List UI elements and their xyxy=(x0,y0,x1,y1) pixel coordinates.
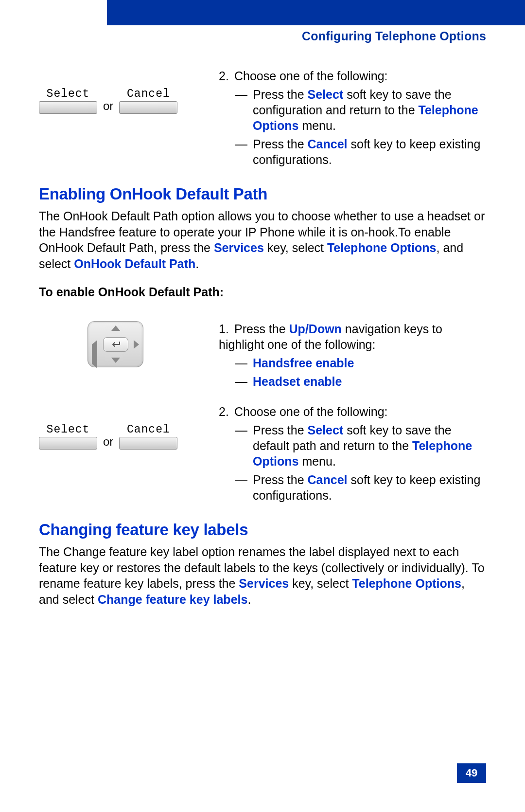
sub-heading: To enable OnHook Default Path: xyxy=(39,285,486,299)
dash: — xyxy=(235,374,253,389)
section-heading-feature-keys: Changing feature key labels xyxy=(39,521,486,539)
section-heading-onhook: Enabling OnHook Default Path xyxy=(39,185,486,203)
section-paragraph: The Change feature key label option rena… xyxy=(39,544,486,607)
cancel-softkey-label: Cancel xyxy=(127,88,170,100)
cancel-softkey-button xyxy=(119,101,177,114)
content-area: Select or Cancel 2.Choose one of the fol… xyxy=(39,68,486,607)
page-number: 49 xyxy=(457,763,486,783)
step-option: — Press the Select soft key to save the … xyxy=(235,87,486,133)
right-arrow-icon xyxy=(134,340,139,349)
down-arrow-icon xyxy=(111,358,120,363)
step-lead-text: Choose one of the following: xyxy=(234,405,388,418)
option-text: Press the Cancel soft key to keep existi… xyxy=(253,472,486,503)
select-softkey-button xyxy=(39,101,97,114)
option-text: Press the Cancel soft key to keep existi… xyxy=(253,136,486,167)
select-softkey-button xyxy=(39,437,97,450)
step-lead: 1.Press the Up/Down navigation keys to h… xyxy=(219,321,486,352)
step-option: — Handsfree enable xyxy=(235,355,486,371)
select-softkey-label: Select xyxy=(47,423,90,436)
cancel-softkey-button xyxy=(119,437,177,450)
telephone-options-link: Telephone Options xyxy=(352,577,461,590)
step-number: 1. xyxy=(219,321,234,337)
dash: — xyxy=(235,355,253,371)
dash: — xyxy=(235,422,253,469)
step-option: — Press the Cancel soft key to keep exis… xyxy=(235,136,486,167)
step-row: Select or Cancel 2.Choose one of the fol… xyxy=(39,68,486,167)
step-option: — Headset enable xyxy=(235,374,486,389)
cancel-softkey-group: Cancel xyxy=(119,88,177,114)
change-feature-key-labels-link: Change feature key labels xyxy=(98,593,247,606)
step-number: 2. xyxy=(219,68,234,84)
dash: — xyxy=(235,87,253,133)
step-option: — Press the Cancel soft key to keep exis… xyxy=(235,472,486,503)
step-row: Select or Cancel 2.Choose one of the fol… xyxy=(39,404,486,503)
step-number: 2. xyxy=(219,404,234,419)
select-link: Select xyxy=(308,423,344,437)
left-arrow-icon xyxy=(92,340,97,368)
or-label: or xyxy=(100,435,116,450)
option-text: Press the Select soft key to save the co… xyxy=(253,87,486,133)
top-bar xyxy=(107,0,525,25)
services-link: Services xyxy=(214,241,264,254)
softkey-illustration: Select or Cancel xyxy=(39,423,219,450)
or-label: or xyxy=(100,99,116,114)
dash: — xyxy=(235,136,253,167)
page-header: Configuring Telephone Options xyxy=(243,29,486,43)
cancel-softkey-group: Cancel xyxy=(119,423,177,450)
up-arrow-icon xyxy=(111,325,120,331)
cancel-link: Cancel xyxy=(308,137,348,151)
onhook-default-path-link: OnHook Default Path xyxy=(74,257,195,271)
step-lead: 2.Choose one of the following: xyxy=(219,68,486,84)
select-link: Select xyxy=(308,88,344,101)
handsfree-enable-link: Handsfree enable xyxy=(253,355,486,371)
option-text: Press the Select soft key to save the de… xyxy=(253,422,486,469)
select-softkey-label: Select xyxy=(47,88,90,100)
cancel-softkey-label: Cancel xyxy=(127,423,170,436)
enter-key-icon xyxy=(103,337,128,352)
select-softkey-group: Select xyxy=(39,88,97,114)
headset-enable-link: Headset enable xyxy=(253,374,486,389)
step-lead-text: Choose one of the following: xyxy=(234,69,388,83)
select-softkey-group: Select xyxy=(39,423,97,450)
cancel-link: Cancel xyxy=(308,473,348,487)
softkey-illustration: Select or Cancel xyxy=(39,88,219,114)
section-paragraph: The OnHook Default Path option allows yo… xyxy=(39,208,486,271)
dash: — xyxy=(235,472,253,503)
telephone-options-link: Telephone Options xyxy=(327,241,437,254)
step-row: 1.Press the Up/Down navigation keys to h… xyxy=(39,321,486,389)
step-lead: 2.Choose one of the following: xyxy=(219,404,486,419)
up-down-link: Up/Down xyxy=(289,322,342,336)
step-option: — Press the Select soft key to save the … xyxy=(235,422,486,469)
navigation-pad-illustration xyxy=(88,321,143,367)
step-lead-text: Press the Up/Down navigation keys to hig… xyxy=(219,322,442,351)
services-link: Services xyxy=(239,577,289,590)
